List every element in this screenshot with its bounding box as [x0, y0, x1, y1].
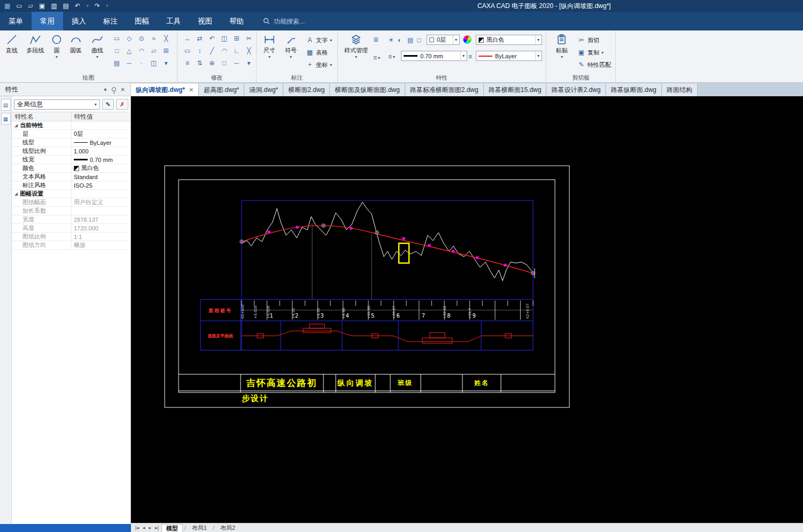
- style-list-icon[interactable]: ≣: [373, 36, 379, 43]
- save-icon[interactable]: ▣: [39, 0, 45, 12]
- linewidth-select[interactable]: 0.70 mm ▾: [401, 51, 467, 61]
- tab-layout1[interactable]: 布局1: [188, 524, 211, 532]
- modify-tool-icon[interactable]: ─: [231, 58, 242, 68]
- property-row[interactable]: 文本风格Standard: [12, 173, 130, 181]
- property-value[interactable]: ISO-25: [72, 182, 130, 189]
- function-search[interactable]: [263, 12, 333, 30]
- polyline-tool-button[interactable]: 多段线: [22, 33, 48, 55]
- modify-tool-icon[interactable]: ↔: [182, 33, 193, 44]
- menu-item-tools[interactable]: 工具: [158, 12, 189, 30]
- modify-tool-icon[interactable]: ╱: [206, 45, 218, 56]
- draw-tool-icon[interactable]: ╳: [160, 33, 172, 44]
- chevron-down-icon[interactable]: ▾: [330, 63, 332, 67]
- coordinate-tool-button[interactable]: + 坐标 ▾: [306, 59, 332, 70]
- menu-item-common[interactable]: 常用: [32, 12, 63, 30]
- modify-tool-icon[interactable]: ⊕: [206, 58, 218, 68]
- properties-tab-icon[interactable]: ▤: [1, 99, 11, 111]
- property-row[interactable]: 标注风格ISO-25: [12, 181, 130, 190]
- tab-layout2[interactable]: 布局2: [216, 524, 240, 532]
- chevron-down-icon[interactable]: ▾: [290, 55, 292, 59]
- drawing-area[interactable]: 123456789 K0+000+0.028+0.026+6.55+6.55+6…: [131, 96, 803, 523]
- undo-icon[interactable]: ↶: [75, 0, 80, 12]
- property-value[interactable]: ByLayer: [72, 140, 130, 146]
- property-value[interactable]: Standard: [72, 174, 130, 180]
- save-all-icon[interactable]: ▥: [51, 0, 57, 12]
- chevron-down-icon[interactable]: ▾: [268, 55, 271, 59]
- draw-tool-icon[interactable]: ≈: [148, 33, 159, 44]
- property-row[interactable]: 线型ByLayer: [12, 138, 130, 147]
- arc-tool-button[interactable]: 圆弧: [65, 33, 87, 55]
- doc-tab[interactable]: 涵洞.dwg*: [244, 83, 283, 96]
- property-group-row[interactable]: ◢当前特性: [12, 121, 130, 130]
- search-input[interactable]: [274, 18, 333, 25]
- circle-tool-button[interactable]: 圆 ▾: [48, 33, 65, 59]
- property-value[interactable]: 1.000: [72, 148, 130, 155]
- modify-tool-icon[interactable]: ◫: [219, 33, 230, 44]
- undo-caret-icon[interactable]: ▾: [86, 0, 89, 12]
- chevron-down-icon[interactable]: ▾: [561, 55, 563, 59]
- drawing-canvas[interactable]: 123456789 K0+000+0.028+0.026+6.55+6.55+6…: [131, 96, 803, 523]
- property-group-row[interactable]: ◢图幅设置: [12, 190, 130, 198]
- property-value[interactable]: 黑白色: [72, 164, 130, 172]
- chevron-down-icon[interactable]: ▾: [535, 51, 539, 60]
- style-manager-button[interactable]: 样式管理 ▾: [342, 33, 370, 59]
- property-row[interactable]: 线宽0.70 mm: [12, 156, 130, 164]
- draw-tool-icon[interactable]: ─: [123, 58, 135, 68]
- draw-tool-icon[interactable]: ◠: [136, 45, 147, 56]
- property-row[interactable]: 颜色黑白色: [12, 164, 130, 173]
- modify-tool-icon[interactable]: ▾: [243, 58, 254, 68]
- last-layout-icon[interactable]: ▸|: [154, 525, 160, 530]
- draw-tool-icon[interactable]: ⊙: [136, 33, 147, 44]
- modify-tool-icon[interactable]: □: [219, 58, 230, 68]
- paste-button[interactable]: 粘贴 ▾: [550, 33, 574, 59]
- property-row[interactable]: 图纸比例1:1: [12, 233, 130, 241]
- chevron-down-icon[interactable]: ▾: [460, 51, 465, 60]
- doc-tab[interactable]: 路基设计表2.dwg: [546, 83, 606, 96]
- print-icon[interactable]: ▤: [63, 0, 69, 12]
- layer-visibility-icon[interactable]: ☀: [388, 36, 394, 44]
- expand-icon[interactable]: ◢: [14, 191, 18, 196]
- property-row[interactable]: 层0层: [12, 130, 130, 138]
- next-layout-icon[interactable]: ▸: [148, 525, 152, 530]
- modify-tool-icon[interactable]: ⇅: [194, 58, 205, 68]
- doc-tab[interactable]: 超高图.dwg*: [199, 83, 244, 96]
- color-select[interactable]: 黑白色 ▾: [476, 35, 542, 45]
- doc-tab[interactable]: 路面结构: [662, 83, 698, 96]
- layer-plot-icon[interactable]: ▤: [407, 36, 413, 44]
- doc-tab[interactable]: 横断面2.dwg: [283, 83, 330, 96]
- property-row[interactable]: 加长系数: [12, 207, 130, 215]
- modify-tool-icon[interactable]: ▭: [182, 45, 193, 56]
- draw-tool-icon[interactable]: ▭: [111, 33, 122, 44]
- chevron-down-icon[interactable]: ▾: [601, 51, 604, 55]
- doc-tab[interactable]: 路基标准横断面图2.dwg: [405, 83, 484, 96]
- property-value[interactable]: 0.70 mm: [72, 157, 130, 163]
- linewidth-options-icon[interactable]: ≡▾: [388, 53, 395, 60]
- match-properties-button[interactable]: ✎ 特性匹配: [577, 59, 611, 70]
- first-layout-icon[interactable]: |◂: [134, 525, 140, 530]
- text-tool-button[interactable]: A 文字 ▾: [306, 35, 332, 45]
- property-row[interactable]: 线型比例1.000: [12, 147, 130, 156]
- chevron-down-icon[interactable]: ▾: [453, 35, 457, 44]
- library-tab-icon[interactable]: ▦: [1, 113, 11, 125]
- chevron-down-icon[interactable]: ▾: [535, 35, 539, 44]
- dimension-tool-button[interactable]: 尺寸 ▾: [259, 33, 280, 59]
- selection-highlight[interactable]: [399, 243, 409, 263]
- line-tool-button[interactable]: 直线: [1, 33, 22, 55]
- symbol-tool-button[interactable]: 符号 ▾: [280, 33, 302, 59]
- draw-tool-icon[interactable]: □: [111, 45, 122, 56]
- menu-item-insert[interactable]: 插入: [63, 12, 95, 30]
- chevron-down-icon[interactable]: ▾: [96, 55, 98, 59]
- doc-tab[interactable]: 路基纵断面.dwg: [606, 83, 661, 96]
- modify-tool-icon[interactable]: ✂: [243, 33, 254, 44]
- modify-tool-icon[interactable]: ╳: [243, 45, 254, 56]
- draw-tool-icon[interactable]: ⊞: [160, 45, 172, 56]
- draw-tool-icon[interactable]: ▾: [160, 58, 172, 68]
- modify-tool-icon[interactable]: ↶: [206, 33, 218, 44]
- spline-tool-button[interactable]: 曲线 ▾: [87, 33, 108, 59]
- chevron-down-icon[interactable]: ▾: [56, 55, 58, 59]
- close-panel-icon[interactable]: ✕: [121, 87, 125, 92]
- menu-item-annotate[interactable]: 标注: [95, 12, 126, 30]
- property-row[interactable]: 图纸方向横放: [12, 241, 130, 250]
- modify-tool-icon[interactable]: ≡: [182, 58, 193, 68]
- modify-tool-icon[interactable]: ◠: [219, 45, 230, 56]
